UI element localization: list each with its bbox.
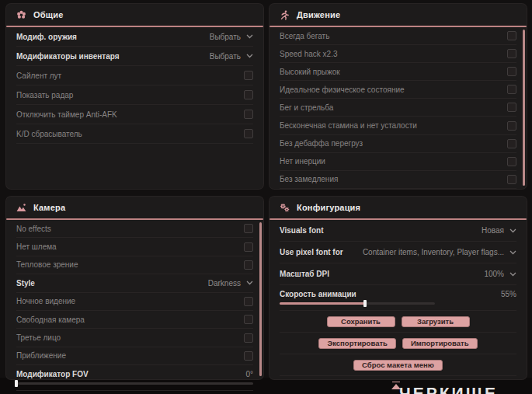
checkbox[interactable] xyxy=(244,351,253,361)
row-label: No effects xyxy=(16,225,51,233)
checkbox-row: Бег и стрельба xyxy=(280,99,516,117)
slider-track[interactable] xyxy=(16,382,253,385)
panel-title: Конфигурация xyxy=(297,203,360,212)
dropdown[interactable]: Darkness xyxy=(208,279,253,288)
panel-body: Модиф. оружияВыбратьМодификаторы инвента… xyxy=(6,27,263,144)
load-button[interactable]: Загрузить xyxy=(402,316,470,327)
row-label: Всегда бегать xyxy=(280,32,329,40)
slider-label-row: Модификатор FOV0° xyxy=(16,367,253,381)
checkbox[interactable] xyxy=(507,139,516,148)
row-label: Модификаторы инвентаря xyxy=(16,52,120,61)
checkbox[interactable] xyxy=(244,333,253,343)
checkbox[interactable] xyxy=(244,71,253,80)
checkbox-row: Нет шлема xyxy=(16,238,253,256)
dropdown[interactable]: Новая xyxy=(482,226,516,235)
dropdown[interactable]: 100% xyxy=(484,270,516,278)
row-label: Модиф. оружия xyxy=(16,33,77,41)
checkbox[interactable] xyxy=(507,103,516,112)
row-label: K/D сбрасыватель xyxy=(16,130,82,138)
panel-title: Движение xyxy=(297,10,340,19)
dropdown-value: Darkness xyxy=(208,279,241,288)
export-button[interactable]: Экспортировать xyxy=(318,338,395,349)
dropdown-value: Container items, Inventory, Player flags… xyxy=(363,248,504,256)
checkbox[interactable] xyxy=(244,90,253,99)
checkbox-row: Всегда бегать xyxy=(280,27,516,45)
button-row: ЭкспортироватьИмпортировать xyxy=(280,333,516,354)
slider-track[interactable] xyxy=(280,302,435,305)
checkbox[interactable] xyxy=(507,121,516,131)
checkbox[interactable] xyxy=(244,315,253,324)
checkbox-row: Идеальное физическое состояние xyxy=(280,81,516,99)
row-label: Style xyxy=(16,279,35,288)
dropdown[interactable]: Выбрать xyxy=(210,52,253,61)
chevron-down-icon xyxy=(246,34,253,39)
slider-handle[interactable] xyxy=(363,300,367,307)
slider-handle[interactable] xyxy=(15,380,18,387)
slider-row: Скорость анимации55% xyxy=(280,285,516,311)
checkbox[interactable] xyxy=(507,175,516,184)
checkbox-row: Без замедления xyxy=(280,171,516,189)
row-label: Масштаб DPI xyxy=(280,270,329,278)
import-button[interactable]: Импортировать xyxy=(402,338,478,349)
checkbox[interactable] xyxy=(507,85,516,94)
row-label: Visuals font xyxy=(280,226,324,235)
chevron-down-icon xyxy=(509,250,516,255)
dropdown-value: Новая xyxy=(482,226,504,235)
dropdown-row: Use pixel font forContainer items, Inven… xyxy=(280,242,516,263)
save-button[interactable]: Сохранить xyxy=(327,316,395,327)
row-label: Сайлент лут xyxy=(16,71,61,80)
row-label: Третье лицо xyxy=(16,333,61,342)
checkbox[interactable] xyxy=(244,110,253,119)
arrow-up-icon[interactable] xyxy=(391,382,402,390)
row-label: Отключить таймер Anti-AFK xyxy=(16,110,117,119)
checkbox-row: Нет инерции xyxy=(280,153,516,171)
checkbox[interactable] xyxy=(507,49,516,58)
slider-value: 0° xyxy=(245,370,253,378)
checkbox[interactable] xyxy=(244,297,253,306)
slider-fill xyxy=(280,302,365,305)
checkbox-row: Сайлент лут xyxy=(16,66,253,85)
checkbox[interactable] xyxy=(507,157,516,166)
checkbox[interactable] xyxy=(244,224,253,233)
chevron-down-icon xyxy=(509,272,516,277)
flower-icon xyxy=(16,10,26,20)
dropdown-value: Выбрать xyxy=(210,33,241,41)
reset-menu-layout-button[interactable]: Сброс макета меню xyxy=(353,360,443,371)
panel-config: Конфигурация Visuals fontНоваяUse pixel … xyxy=(269,197,527,379)
chevron-down-icon xyxy=(509,228,516,233)
dropdown-row: StyleDarkness xyxy=(16,274,253,292)
row-label: Use pixel font for xyxy=(280,248,343,256)
checkbox[interactable] xyxy=(244,260,253,270)
panel-movement: Движение Всегда бегатьSpeed hack x2.3Выс… xyxy=(269,4,527,189)
dropdown-row: Visuals fontНовая xyxy=(280,220,516,242)
dropdown-row: Модиф. оружияВыбрать xyxy=(16,27,253,47)
row-label: Нет инерции xyxy=(280,157,325,166)
checkbox[interactable] xyxy=(244,129,253,138)
gears-icon xyxy=(280,203,290,213)
scrollbar[interactable] xyxy=(523,30,525,186)
row-label: Идеальное физическое состояние xyxy=(280,85,405,94)
checkbox-row: Высокий прыжок xyxy=(280,63,516,81)
checkbox[interactable] xyxy=(507,31,516,40)
mountains-icon xyxy=(16,203,26,213)
row-label: Скорость анимации xyxy=(280,290,356,298)
row-label: Speed hack x2.3 xyxy=(280,50,338,58)
game-watermark-text: ЧЕРКИЩЕ xyxy=(399,384,498,394)
checkbox-row: Третье лицо xyxy=(16,329,253,347)
row-label: Свободная камера xyxy=(16,316,85,324)
row-label: Без замедления xyxy=(280,175,338,183)
button-row: СохранитьЗагрузить xyxy=(280,311,516,333)
slider-value: 55% xyxy=(501,290,516,298)
checkbox[interactable] xyxy=(507,67,516,76)
dropdown[interactable]: Container items, Inventory, Player flags… xyxy=(363,248,516,256)
panel-header: Общие xyxy=(6,4,263,26)
row-label: Показать радар xyxy=(16,91,73,99)
row-label: Тепловое зрение xyxy=(16,260,78,269)
runner-icon xyxy=(280,10,290,20)
slider-label-row: Скорость анимации55% xyxy=(280,287,516,301)
button-row: Сброс макета меню xyxy=(280,354,516,376)
checkbox[interactable] xyxy=(244,242,253,252)
checkbox-row: Speed hack x2.3 xyxy=(280,45,516,63)
dropdown[interactable]: Выбрать xyxy=(210,33,253,41)
scrollbar[interactable] xyxy=(259,222,262,376)
